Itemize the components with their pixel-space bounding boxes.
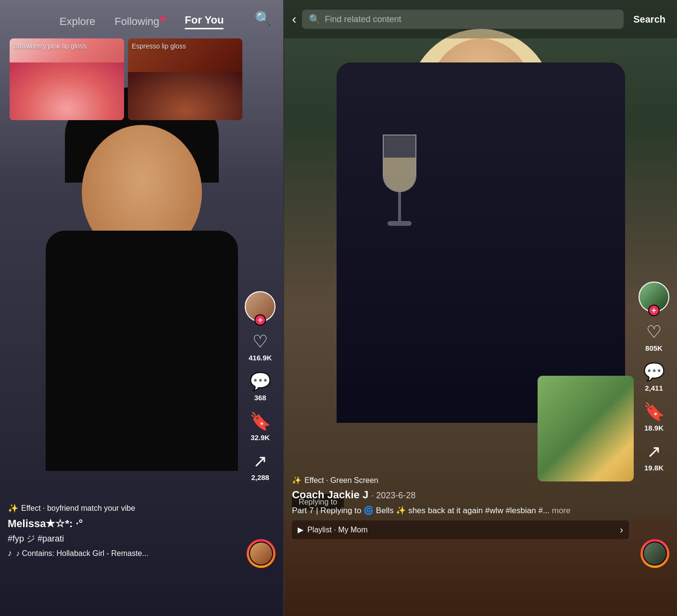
following-dot — [161, 16, 165, 21]
search-icon: 🔍 — [309, 13, 321, 25]
playlist-label: Playlist · My Mom — [307, 526, 367, 534]
right-comment-count: 2,411 — [645, 384, 663, 392]
creator-username[interactable]: Melissa★☆*: ·° — [8, 517, 240, 530]
lip-visual-2 — [128, 72, 242, 120]
playlist-icon: ▶ — [298, 525, 303, 534]
like-button[interactable]: ♡ 416.9K — [249, 332, 272, 362]
right-action-buttons: + ♡ 805K 💬 2,411 🔖 18.9K ↗ 19.8K — [639, 282, 669, 472]
glass-base — [388, 221, 412, 226]
right-comment-button[interactable]: 💬 2,411 — [643, 362, 665, 392]
right-follow-button[interactable]: + — [648, 305, 660, 316]
left-person — [0, 86, 283, 480]
lip-thumb-1[interactable]: Strawberry pink lip gloss — [10, 38, 124, 120]
search-button[interactable]: Search — [629, 12, 669, 27]
music-disc-left — [247, 539, 276, 568]
bookmark-count: 32.9K — [251, 433, 270, 442]
right-date: 2023-6-28 — [376, 491, 415, 500]
right-top-bar: ‹ 🔍 Find related content Search — [284, 0, 677, 38]
music-info[interactable]: ♪ ♪ Contains: Hollaback Girl - Remaste..… — [8, 548, 240, 558]
right-comment-icon: 💬 — [643, 362, 665, 382]
comment-icon: 💬 — [250, 371, 271, 392]
creator-avatar[interactable]: + — [245, 291, 276, 322]
share-count: 2,288 — [251, 473, 269, 481]
music-disc-right — [640, 539, 669, 568]
left-video-info: ✨ Effect · boyfriend match your vibe Mel… — [8, 503, 240, 558]
left-action-buttons: + ♡ 416.9K 💬 368 🔖 32.9K ↗ 2,288 — [245, 291, 276, 481]
right-heart-icon: ♡ — [646, 322, 662, 342]
right-like-button[interactable]: ♡ 805K — [645, 322, 663, 352]
wine-glass — [380, 135, 419, 231]
comment-button[interactable]: 💬 368 — [250, 371, 271, 402]
body — [46, 231, 238, 471]
right-caption: Part 7 | Replying to 🌀 Bells ✨ shes back… — [292, 505, 629, 517]
glass-bowl — [383, 135, 416, 192]
lip-thumb-2-label: Espresso lip gloss — [132, 42, 186, 50]
search-bar[interactable]: 🔍 Find related content — [302, 10, 624, 29]
left-video-panel: Explore Following For You 🔍 Strawberry p… — [0, 0, 283, 616]
inset-video — [538, 376, 634, 481]
comment-count: 368 — [254, 394, 266, 402]
right-bookmark-icon: 🔖 — [643, 402, 665, 422]
bookmark-icon: 🔖 — [250, 411, 271, 431]
playlist-chevron-icon: › — [620, 524, 623, 535]
lip-thumbnails: Strawberry pink lip gloss Espresso lip g… — [10, 38, 242, 120]
share-icon: ↗ — [253, 451, 267, 471]
right-creator-name[interactable]: Coach Jackie J · 2023-6-28 — [292, 489, 629, 501]
inset-bg — [538, 376, 634, 481]
right-share-count: 19.8K — [644, 464, 664, 472]
lip-thumb-2[interactable]: Espresso lip gloss — [128, 38, 242, 120]
right-like-count: 805K — [645, 344, 663, 352]
glass-stem — [398, 192, 401, 221]
search-icon[interactable]: 🔍 — [255, 11, 272, 26]
effect-label: Effect · boyfriend match your vibe — [21, 504, 135, 513]
right-effect-label: Effect · Green Screen — [304, 476, 378, 485]
bookmark-button[interactable]: 🔖 32.9K — [250, 411, 271, 442]
right-bookmark-count: 18.9K — [644, 424, 664, 432]
lip-visual-1 — [10, 62, 124, 120]
right-bookmark-button[interactable]: 🔖 18.9K — [643, 402, 665, 432]
left-navigation: Explore Following For You 🔍 — [0, 0, 283, 38]
right-effect-icon: ✨ — [292, 476, 301, 485]
search-placeholder: Find related content — [325, 14, 401, 25]
effect-icon: ✨ — [8, 503, 18, 514]
following-tab[interactable]: Following — [114, 15, 165, 28]
music-icon: ♪ — [8, 548, 12, 558]
effect-tag[interactable]: ✨ Effect · boyfriend match your vibe — [8, 503, 240, 514]
explore-tab[interactable]: Explore — [60, 15, 96, 28]
music-disc-inner — [249, 542, 273, 566]
music-text: ♪ Contains: Hollaback Girl - Remaste... — [16, 549, 149, 558]
right-effect-tag[interactable]: ✨ Effect · Green Screen — [292, 476, 629, 485]
playlist-info: ▶ Playlist · My Mom — [298, 525, 367, 534]
right-video-panel: ‹ 🔍 Find related content Search + ♡ 805K… — [284, 0, 677, 616]
right-body — [337, 62, 625, 423]
more-link[interactable]: more — [552, 506, 571, 515]
right-video-info: ✨ Effect · Green Screen Coach Jackie J ·… — [292, 476, 629, 539]
for-you-tab[interactable]: For You — [185, 14, 224, 29]
caption-hashtags: #fyp ジ #parati — [8, 533, 240, 544]
playlist-row[interactable]: ▶ Playlist · My Mom › — [292, 520, 629, 539]
glass-liquid — [384, 158, 415, 191]
music-disc-right-inner — [643, 542, 667, 566]
right-share-icon: ↗ — [647, 442, 661, 462]
follow-button[interactable]: + — [254, 314, 266, 326]
right-share-button[interactable]: ↗ 19.8K — [644, 442, 664, 472]
right-creator-avatar[interactable]: + — [639, 282, 669, 312]
like-count: 416.9K — [249, 354, 272, 362]
lip-thumb-1-label: Strawberry pink lip gloss — [13, 42, 87, 50]
back-button[interactable]: ‹ — [292, 12, 296, 27]
heart-icon: ♡ — [252, 332, 268, 352]
share-button[interactable]: ↗ 2,288 — [251, 451, 269, 481]
